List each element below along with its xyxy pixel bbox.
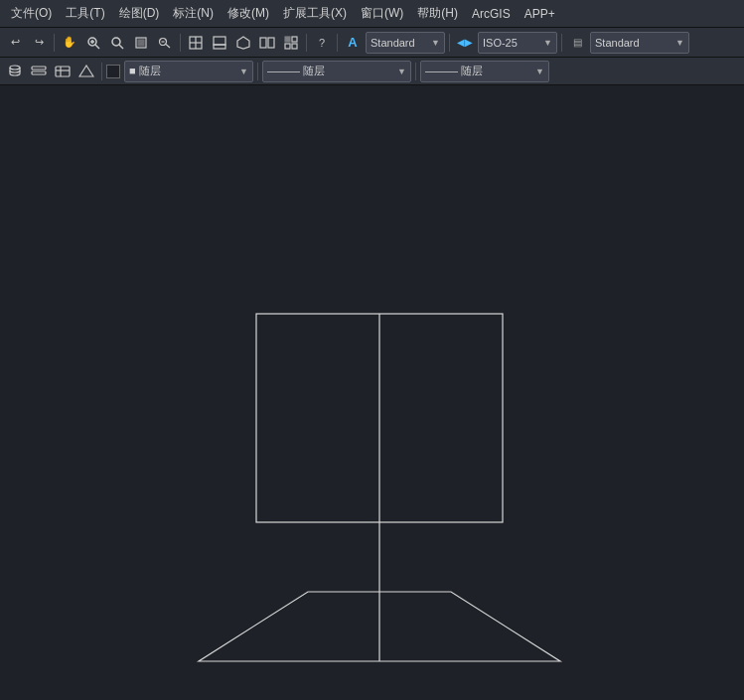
svg-rect-26 xyxy=(56,67,70,76)
dim-style-arrow-icon: ▼ xyxy=(543,38,552,48)
svg-rect-15 xyxy=(214,45,225,49)
menu-modify[interactable]: 修改(M) xyxy=(221,3,276,24)
linetype-arrow-icon: ▼ xyxy=(397,67,406,76)
separator-tb2-2 xyxy=(257,63,258,80)
lineweight-label: ——— 随层 xyxy=(425,64,483,78)
toolbar2: ■ 随层 ▼ ——— 随层 ▼ ——— 随层 ▼ xyxy=(0,58,744,85)
svg-rect-19 xyxy=(285,37,290,42)
svg-rect-24 xyxy=(32,67,46,70)
linetype-dropdown[interactable]: ——— 随层 ▼ xyxy=(262,61,411,82)
separator-1 xyxy=(54,34,55,52)
separator-tb2-1 xyxy=(101,63,102,80)
svg-line-1 xyxy=(95,45,99,49)
svg-rect-21 xyxy=(285,44,290,49)
separator-4 xyxy=(337,34,338,52)
view-button-2[interactable] xyxy=(209,32,230,54)
svg-rect-22 xyxy=(292,44,297,49)
layer-manager-icon[interactable] xyxy=(4,61,26,82)
svg-rect-20 xyxy=(292,37,297,42)
text-style-arrow-icon: ▼ xyxy=(431,38,440,48)
toolbar1: ↩ ↪ ✋ xyxy=(0,28,744,58)
menu-tools[interactable]: 工具(T) xyxy=(59,3,111,24)
menu-arcgis[interactable]: ArcGIS xyxy=(465,5,518,23)
pan-button[interactable]: ✋ xyxy=(59,32,80,54)
layer-arrow-icon: ▼ xyxy=(239,67,248,76)
separator-3 xyxy=(306,34,307,52)
svg-rect-7 xyxy=(138,40,144,46)
cad-drawing xyxy=(0,85,744,700)
menu-file[interactable]: 文件(O) xyxy=(4,3,59,24)
canvas-area[interactable] xyxy=(0,85,744,700)
svg-marker-29 xyxy=(79,66,93,76)
svg-point-23 xyxy=(10,66,20,70)
menu-app[interactable]: APP+ xyxy=(518,5,562,23)
view-button-1[interactable] xyxy=(185,32,207,54)
separator-5 xyxy=(449,34,450,52)
layer-state-icon[interactable] xyxy=(52,61,74,82)
named-style-icon: ▤ xyxy=(566,32,588,54)
layer-dropdown[interactable]: ■ 随层 ▼ xyxy=(124,61,253,82)
redo-button[interactable]: ↪ xyxy=(28,32,50,54)
separator-tb2-3 xyxy=(415,63,416,80)
separator-2 xyxy=(180,34,181,52)
dim-style-dropdown[interactable]: ISO-25 ▼ xyxy=(478,32,557,54)
color-swatch[interactable] xyxy=(106,65,120,78)
menu-help[interactable]: 帮助(H) xyxy=(410,3,465,24)
text-style-dropdown[interactable]: Standard ▼ xyxy=(366,32,445,54)
svg-line-5 xyxy=(119,45,123,49)
view-button-4[interactable] xyxy=(256,32,278,54)
named-style-label: Standard xyxy=(595,37,640,49)
layer-freeze-icon[interactable] xyxy=(75,61,97,82)
view-button-3[interactable] xyxy=(232,32,254,54)
menu-draw[interactable]: 绘图(D) xyxy=(112,3,167,24)
zoom-extend-button[interactable] xyxy=(130,32,152,54)
lineweight-arrow-icon: ▼ xyxy=(535,67,544,76)
named-style-dropdown[interactable]: Standard ▼ xyxy=(590,32,689,54)
lineweight-dropdown[interactable]: ——— 随层 ▼ xyxy=(420,61,549,82)
help-button[interactable]: ? xyxy=(311,32,333,54)
svg-line-9 xyxy=(166,44,170,48)
svg-rect-17 xyxy=(260,38,266,48)
text-style-icon: A xyxy=(342,32,364,54)
named-style-arrow-icon: ▼ xyxy=(675,38,684,48)
menu-window[interactable]: 窗口(W) xyxy=(354,3,410,24)
separator-6 xyxy=(561,34,562,52)
undo-button[interactable]: ↩ xyxy=(4,32,26,54)
zoom-realtime-button[interactable] xyxy=(82,32,104,54)
menu-ext[interactable]: 扩展工具(X) xyxy=(276,3,354,24)
zoom-window-button[interactable] xyxy=(106,32,128,54)
zoom-prev-button[interactable] xyxy=(154,32,176,54)
text-style-label: Standard xyxy=(371,37,415,49)
dim-style-icon: ◀▶ xyxy=(454,32,476,54)
menu-annotate[interactable]: 标注(N) xyxy=(166,3,221,24)
menubar: 文件(O) 工具(T) 绘图(D) 标注(N) 修改(M) 扩展工具(X) 窗口… xyxy=(0,0,744,28)
layer-props-icon[interactable] xyxy=(28,61,50,82)
svg-marker-16 xyxy=(237,37,249,49)
svg-rect-14 xyxy=(214,37,225,45)
viewport-config-button[interactable] xyxy=(280,32,302,54)
svg-point-4 xyxy=(112,38,120,46)
layer-label: ■ 随层 xyxy=(129,64,161,78)
dim-style-label: ISO-25 xyxy=(483,37,518,49)
svg-rect-25 xyxy=(32,71,46,74)
svg-rect-18 xyxy=(268,38,274,48)
linetype-label: ——— 随层 xyxy=(267,64,325,78)
